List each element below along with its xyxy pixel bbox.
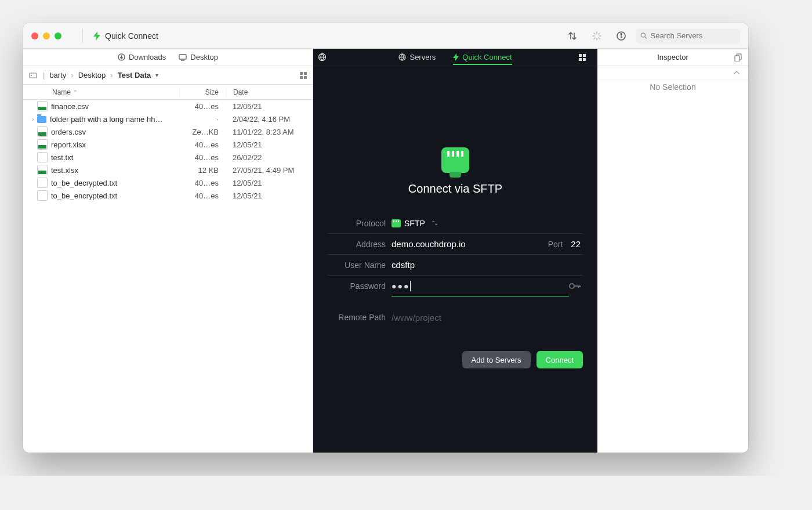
column-size[interactable]: Size bbox=[179, 88, 226, 96]
xls-icon bbox=[37, 101, 48, 111]
file-date: 27/05/21, 4:49 PM bbox=[226, 166, 313, 175]
remote-path-row: Remote Path bbox=[328, 307, 583, 328]
svg-point-9 bbox=[31, 75, 32, 75]
file-row[interactable]: report.xlsx40…es12/05/21 bbox=[23, 138, 313, 151]
info-icon[interactable] bbox=[614, 28, 629, 44]
port-value[interactable]: 22 bbox=[571, 239, 583, 249]
file-name: to_be_decrypted.txt bbox=[51, 179, 179, 187]
address-row: Address Port 22 bbox=[328, 234, 583, 255]
button-row: Add to Servers Connect bbox=[328, 351, 583, 368]
svg-point-2 bbox=[621, 33, 622, 34]
svg-rect-21 bbox=[574, 285, 580, 287]
window-title: Quick Connect bbox=[105, 31, 158, 41]
file-name: report.xlsx bbox=[51, 140, 179, 149]
column-date[interactable]: Date bbox=[226, 88, 313, 96]
download-icon bbox=[118, 53, 125, 61]
main-content: Downloads Desktop | barty › Desktop › bbox=[23, 49, 748, 453]
bolt-icon bbox=[93, 31, 100, 41]
window-zoom-button[interactable] bbox=[55, 32, 61, 39]
svg-rect-8 bbox=[30, 73, 37, 78]
search-servers-box[interactable] bbox=[636, 28, 740, 44]
password-input[interactable]: ●●● bbox=[392, 281, 411, 291]
remote-path-label: Remote Path bbox=[328, 313, 392, 322]
protocol-selector[interactable]: SFTP ⌃⌄ bbox=[392, 219, 583, 228]
quick-connect-form: Connect via SFTP Protocol SFTP ⌃⌄ Addres… bbox=[313, 66, 597, 453]
txt-icon bbox=[37, 190, 48, 201]
transfer-icon[interactable] bbox=[565, 28, 580, 44]
svg-rect-16 bbox=[579, 54, 582, 57]
grid-view-icon[interactable] bbox=[300, 72, 307, 79]
copy-icon[interactable] bbox=[734, 53, 742, 62]
folder-icon bbox=[37, 116, 46, 123]
layout-grid-icon[interactable] bbox=[579, 54, 593, 61]
username-input[interactable] bbox=[392, 260, 583, 270]
remote-path-input[interactable] bbox=[392, 313, 583, 323]
globe-icon[interactable] bbox=[318, 53, 332, 62]
file-row[interactable]: ›folder path with a long name hh…·2/04/2… bbox=[23, 113, 313, 125]
port-label: Port bbox=[548, 240, 567, 249]
username-label: User Name bbox=[328, 261, 392, 270]
traffic-lights bbox=[31, 32, 61, 39]
svg-rect-18 bbox=[579, 58, 582, 61]
breadcrumb-leaf[interactable]: Test Data bbox=[118, 71, 151, 79]
file-name: folder path with a long name hh… bbox=[50, 115, 179, 124]
svg-line-4 bbox=[645, 37, 647, 39]
text-cursor bbox=[410, 281, 411, 291]
file-date: 26/02/22 bbox=[226, 153, 313, 162]
chevron-down-icon[interactable]: ▾ bbox=[155, 72, 158, 78]
file-size: · bbox=[179, 115, 226, 124]
no-selection-label: No Selection bbox=[597, 82, 748, 92]
tab-label: Quick Connect bbox=[462, 53, 512, 62]
connect-button[interactable]: Connect bbox=[536, 351, 583, 368]
column-name[interactable]: Name ⌃ bbox=[52, 88, 179, 96]
tab-label: Downloads bbox=[129, 53, 166, 62]
svg-rect-22 bbox=[578, 285, 579, 288]
desktop-tab[interactable]: Desktop bbox=[179, 53, 218, 62]
svg-rect-12 bbox=[300, 76, 303, 79]
window-close-button[interactable] bbox=[31, 32, 38, 39]
file-size: 40…es bbox=[179, 179, 226, 187]
key-icon[interactable] bbox=[569, 283, 583, 290]
file-size: 40…es bbox=[179, 140, 226, 149]
file-size: 40…es bbox=[179, 153, 226, 162]
remote-panel: Servers Quick Connect Connect via SFTP bbox=[313, 49, 597, 453]
file-row[interactable]: to_be_decrypted.txt40…es12/05/21 bbox=[23, 176, 313, 189]
tab-quick-connect[interactable]: Quick Connect bbox=[453, 53, 512, 65]
inspector-panel: Inspector No Selection bbox=[597, 49, 748, 453]
file-size: 40…es bbox=[179, 191, 226, 200]
file-row[interactable]: finance.csv40…es12/05/21 bbox=[23, 100, 313, 113]
svg-rect-6 bbox=[179, 55, 186, 59]
file-row[interactable]: orders.csvZe…KB11/01/22, 8:23 AM bbox=[23, 125, 313, 138]
file-row[interactable]: test.xlsx12 KB27/05/21, 4:49 PM bbox=[23, 164, 313, 176]
remote-tabs: Servers Quick Connect bbox=[313, 49, 597, 66]
svg-rect-25 bbox=[735, 56, 740, 62]
activity-icon[interactable] bbox=[589, 28, 604, 44]
sort-asc-icon: ⌃ bbox=[73, 89, 78, 95]
downloads-tab[interactable]: Downloads bbox=[118, 53, 166, 62]
svg-rect-19 bbox=[583, 58, 586, 61]
tab-servers[interactable]: Servers bbox=[398, 53, 436, 62]
file-name: test.txt bbox=[51, 153, 179, 162]
file-size: Ze…KB bbox=[179, 128, 226, 136]
breadcrumb-mid[interactable]: Desktop bbox=[78, 71, 106, 79]
protocol-row: Protocol SFTP ⌃⌄ bbox=[328, 213, 583, 234]
file-list: finance.csv40…es12/05/21›folder path wit… bbox=[23, 100, 313, 453]
breadcrumb-root[interactable]: barty bbox=[49, 71, 66, 79]
inspector-collapse-button[interactable] bbox=[597, 66, 748, 80]
svg-point-3 bbox=[641, 33, 645, 37]
local-browser: Downloads Desktop | barty › Desktop › bbox=[23, 49, 313, 453]
file-row[interactable]: to_be_encrypted.txt40…es12/05/21 bbox=[23, 189, 313, 202]
sftp-protocol-icon bbox=[441, 147, 469, 173]
add-to-servers-button[interactable]: Add to Servers bbox=[462, 351, 531, 368]
protocol-label: Protocol bbox=[328, 219, 392, 228]
connect-title: Connect via SFTP bbox=[408, 182, 502, 196]
search-servers-input[interactable] bbox=[651, 31, 735, 40]
window-minimize-button[interactable] bbox=[43, 32, 50, 39]
address-input[interactable] bbox=[392, 239, 538, 249]
address-label: Address bbox=[328, 240, 392, 249]
password-row: Password ●●● bbox=[328, 276, 583, 296]
file-date: 12/05/21 bbox=[226, 179, 313, 187]
disk-icon[interactable] bbox=[29, 71, 38, 79]
file-row[interactable]: test.txt40…es26/02/22 bbox=[23, 151, 313, 164]
expand-caret[interactable]: › bbox=[29, 116, 37, 122]
